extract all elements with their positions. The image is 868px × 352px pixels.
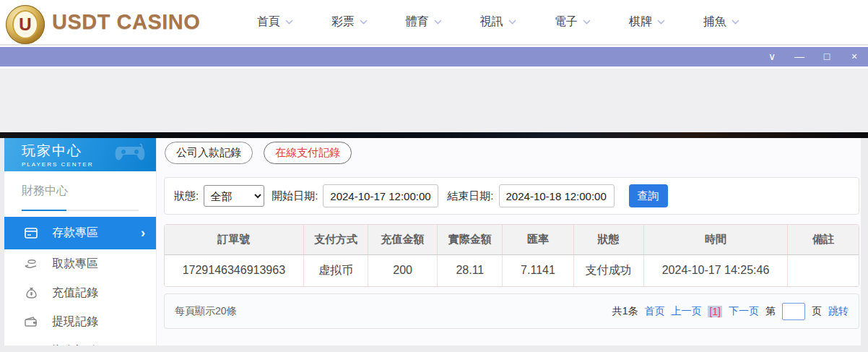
nav-label: 體育: [406, 14, 429, 30]
cell-actual-amount: 28.11: [438, 254, 503, 286]
nav-item-fishing[interactable]: 捕魚: [684, 14, 758, 30]
window-chevron-down-icon[interactable]: ∨: [758, 47, 786, 66]
sidebar: 玩家中心 PLAYERS CENTER 財務中心 存款專區: [4, 138, 157, 345]
gamepad-icon: [114, 142, 146, 167]
deposit-card-icon: [25, 228, 38, 239]
sidebar-item-label: 提現記錄: [52, 314, 98, 330]
withdraw-hand-icon: [25, 259, 38, 269]
chevron-down-icon: [285, 20, 293, 25]
site-logo[interactable]: U USDT CASINO: [6, 1, 200, 44]
sidebar-section-divider: [22, 210, 139, 211]
sidebar-item-label: 取款專區: [52, 257, 98, 272]
records-table-panel: 訂單號 支付方式 充值金額 實際金額 匯率 狀態 時間 備註 172914634…: [164, 224, 859, 287]
window-close-icon[interactable]: ×: [841, 47, 868, 66]
sidebar-item-withdraw[interactable]: 取款專區: [4, 249, 156, 278]
window-maximize-icon[interactable]: □: [813, 47, 841, 66]
nav-item-slots[interactable]: 電子: [535, 14, 609, 30]
main-body: 玩家中心 PLAYERS CENTER 財務中心 存款專區: [0, 138, 868, 352]
sidebar-item-deposit[interactable]: 存款專區 ›: [4, 217, 156, 249]
nav-label: 電子: [555, 14, 578, 30]
pagination-panel: 每頁顯示20條 共1条 首页 上一页 [1] 下一页 第 页 跳转: [164, 293, 859, 329]
pagination-controls: 共1条 首页 上一页 [1] 下一页 第 页 跳转: [612, 303, 849, 320]
nav-item-cards[interactable]: 棋牌: [609, 14, 684, 30]
col-order-number: 訂單號: [165, 225, 303, 254]
cell-payment-method: 虚拟币: [303, 254, 368, 286]
sidebar-section-label: 財務中心: [22, 184, 139, 199]
cell-recharge-amount: 200: [368, 254, 438, 286]
filter-panel: 狀態: 全部 開始日期: 結束日期: 查詢: [164, 177, 859, 215]
sidebar-item-withdrawal-records[interactable]: 提現記錄: [4, 307, 156, 336]
app-window: U USDT CASINO 首頁 彩票 體育 視訊 電子: [0, 0, 868, 352]
nav-label: 彩票: [331, 14, 355, 30]
tab-online-payment-records[interactable]: 在線支付記錄: [264, 142, 352, 164]
next-page-link[interactable]: 下一页: [729, 305, 759, 318]
end-date-input[interactable]: [499, 184, 615, 207]
cell-time: 2024-10-17 14:25:46: [643, 254, 788, 286]
wallet-icon: [25, 317, 38, 327]
sidebar-item-label: 存款專區: [52, 226, 98, 241]
logo-coin-icon: U: [6, 5, 45, 44]
col-exchange-rate: 匯率: [503, 225, 573, 254]
col-payment-method: 支付方式: [303, 225, 368, 254]
nav-item-lottery[interactable]: 彩票: [312, 14, 386, 30]
jump-suffix-text: 页: [812, 305, 822, 318]
sidebar-item-funds-records[interactable]: 資金記錄: [4, 336, 156, 345]
col-status: 狀態: [573, 225, 643, 254]
tab-company-deposit-records[interactable]: 公司入款記錄: [165, 142, 253, 164]
table-row: 1729146346913963 虚拟币 200 28.11 7.1141 支付…: [165, 254, 859, 286]
sidebar-header: 玩家中心 PLAYERS CENTER: [4, 138, 156, 171]
nav-item-home[interactable]: 首頁: [238, 14, 312, 30]
chevron-down-icon: [732, 20, 739, 25]
sidebar-section: 財務中心: [4, 171, 156, 211]
chevron-down-icon: [360, 20, 368, 25]
jump-prefix-text: 第: [765, 305, 776, 318]
nav-item-video[interactable]: 視訊: [461, 14, 535, 30]
start-date-input[interactable]: [323, 184, 438, 207]
records-table: 訂單號 支付方式 充值金額 實際金額 匯率 狀態 時間 備註 172914634…: [165, 225, 859, 286]
prev-page-link[interactable]: 上一页: [671, 305, 701, 318]
chevron-down-icon: [508, 20, 516, 25]
cell-exchange-rate: 7.1141: [503, 254, 573, 286]
tab-label: 在線支付記錄: [275, 146, 340, 160]
sidebar-menu: 存款專區 › 取款專區 充值記錄: [4, 217, 156, 345]
col-actual-amount: 實際金額: [438, 225, 503, 254]
first-page-link[interactable]: 首页: [644, 305, 664, 318]
col-remark: 備註: [788, 225, 859, 254]
window-minimize-icon[interactable]: —: [786, 47, 813, 66]
cell-remark: [788, 254, 859, 286]
empty-content-zone: [0, 66, 868, 132]
nav-label: 視訊: [480, 14, 503, 30]
search-button[interactable]: 查詢: [629, 184, 668, 207]
cell-order-number: 1729146346913963: [165, 254, 303, 286]
chevron-down-icon: [657, 20, 665, 25]
start-date-label: 開始日期:: [272, 189, 318, 203]
logo-text: USDT CASINO: [52, 10, 200, 34]
jump-page-input[interactable]: [782, 303, 805, 320]
total-count-text: 共1条: [612, 305, 638, 318]
nav-item-sports[interactable]: 體育: [386, 14, 461, 30]
chevron-right-icon: ›: [141, 226, 145, 241]
dark-banner-strip: [0, 132, 868, 138]
money-bag-icon: [25, 287, 38, 299]
window-titlebar: ∨ — □ ×: [0, 47, 868, 66]
chevron-down-icon: [434, 20, 442, 25]
status-select[interactable]: 全部: [204, 185, 264, 207]
nav-label: 捕魚: [703, 14, 726, 30]
record-tabs: 公司入款記錄 在線支付記錄: [165, 142, 352, 164]
nav-label: 首頁: [257, 14, 280, 30]
chevron-down-icon: [583, 20, 591, 25]
sidebar-item-recharge-records[interactable]: 充值記錄: [4, 278, 156, 307]
end-date-label: 結束日期:: [447, 189, 493, 203]
jump-action-link[interactable]: 跳转: [828, 305, 849, 318]
tab-label: 公司入款記錄: [176, 146, 241, 160]
logo-coin-inner: U: [12, 10, 38, 39]
site-header: U USDT CASINO 首頁 彩票 體育 視訊 電子: [0, 0, 868, 46]
cell-status: 支付成功: [573, 254, 643, 286]
table-header-row: 訂單號 支付方式 充值金額 實際金額 匯率 狀態 時間 備註: [165, 225, 859, 254]
col-time: 時間: [643, 225, 788, 254]
current-page-indicator: [1]: [708, 306, 722, 317]
main-nav: 首頁 彩票 體育 視訊 電子 棋牌: [238, 14, 758, 30]
sidebar-item-label: 資金記錄: [52, 343, 98, 346]
sidebar-item-label: 充值記錄: [52, 286, 98, 301]
col-recharge-amount: 充值金額: [368, 225, 438, 254]
